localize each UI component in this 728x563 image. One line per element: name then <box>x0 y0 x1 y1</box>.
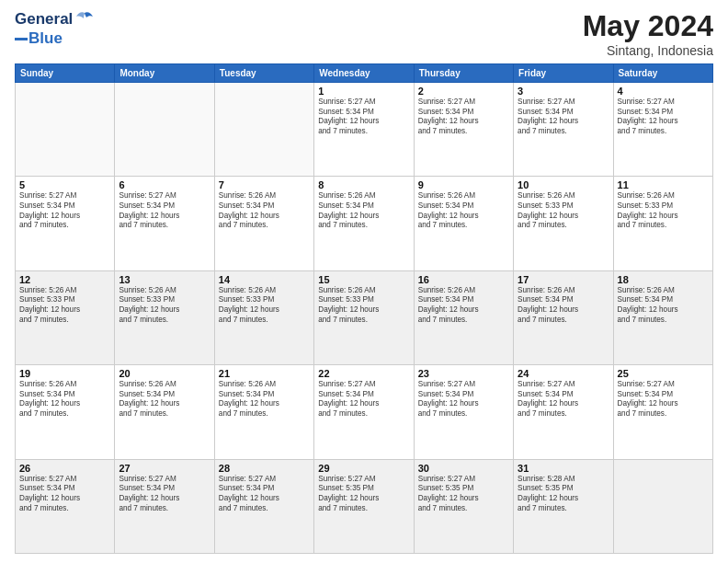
day-number: 26 <box>19 463 110 474</box>
day-number: 27 <box>119 463 210 474</box>
day-info: Sunrise: 5:27 AM Sunset: 5:34 PM Dayligh… <box>618 380 709 419</box>
calendar-cell: 16Sunrise: 5:26 AM Sunset: 5:34 PM Dayli… <box>414 270 513 364</box>
subtitle: Sintang, Indonesia <box>583 43 713 58</box>
day-info: Sunrise: 5:26 AM Sunset: 5:33 PM Dayligh… <box>318 286 409 326</box>
day-info: Sunrise: 5:26 AM Sunset: 5:33 PM Dayligh… <box>19 286 110 326</box>
calendar-cell: 5Sunrise: 5:27 AM Sunset: 5:34 PM Daylig… <box>16 177 115 270</box>
calendar-cell: 13Sunrise: 5:26 AM Sunset: 5:33 PM Dayli… <box>115 270 214 364</box>
day-number: 25 <box>618 368 709 379</box>
day-info: Sunrise: 5:26 AM Sunset: 5:33 PM Dayligh… <box>219 286 310 326</box>
day-number: 29 <box>318 463 409 474</box>
weekday-header-sunday: Sunday <box>16 64 115 83</box>
day-number: 23 <box>418 368 509 379</box>
weekday-header-tuesday: Tuesday <box>214 64 313 83</box>
day-info: Sunrise: 5:27 AM Sunset: 5:34 PM Dayligh… <box>618 98 709 137</box>
calendar-cell: 18Sunrise: 5:26 AM Sunset: 5:34 PM Dayli… <box>613 270 712 364</box>
calendar-cell: 6Sunrise: 5:27 AM Sunset: 5:34 PM Daylig… <box>115 177 214 270</box>
day-info: Sunrise: 5:26 AM Sunset: 5:34 PM Dayligh… <box>518 286 609 326</box>
calendar-cell: 28Sunrise: 5:27 AM Sunset: 5:34 PM Dayli… <box>214 459 313 553</box>
calendar-cell: 1Sunrise: 5:27 AM Sunset: 5:34 PM Daylig… <box>314 83 414 177</box>
calendar-cell: 31Sunrise: 5:28 AM Sunset: 5:35 PM Dayli… <box>514 459 613 553</box>
day-info: Sunrise: 5:28 AM Sunset: 5:35 PM Dayligh… <box>518 475 609 514</box>
day-number: 2 <box>418 86 509 97</box>
day-number: 31 <box>518 463 609 474</box>
calendar-cell: 7Sunrise: 5:26 AM Sunset: 5:34 PM Daylig… <box>214 177 313 270</box>
weekday-header-monday: Monday <box>115 64 214 83</box>
calendar-row-1: 5Sunrise: 5:27 AM Sunset: 5:34 PM Daylig… <box>16 177 713 270</box>
day-info: Sunrise: 5:26 AM Sunset: 5:34 PM Dayligh… <box>618 286 709 326</box>
day-number: 9 <box>418 179 509 190</box>
day-info: Sunrise: 5:27 AM Sunset: 5:34 PM Dayligh… <box>518 380 609 419</box>
calendar-cell: 19Sunrise: 5:26 AM Sunset: 5:34 PM Dayli… <box>16 365 115 459</box>
calendar-cell: 12Sunrise: 5:26 AM Sunset: 5:33 PM Dayli… <box>16 270 115 364</box>
day-number: 28 <box>219 463 310 474</box>
day-number: 1 <box>318 86 409 97</box>
calendar-cell <box>613 459 712 553</box>
calendar-cell: 4Sunrise: 5:27 AM Sunset: 5:34 PM Daylig… <box>613 83 712 177</box>
calendar-cell <box>16 83 115 177</box>
day-info: Sunrise: 5:26 AM Sunset: 5:33 PM Dayligh… <box>119 286 210 326</box>
calendar-cell: 25Sunrise: 5:27 AM Sunset: 5:34 PM Dayli… <box>613 365 712 459</box>
logo-divider <box>15 38 28 40</box>
day-number: 15 <box>318 274 409 285</box>
calendar-cell: 26Sunrise: 5:27 AM Sunset: 5:34 PM Dayli… <box>16 459 115 553</box>
day-number: 6 <box>119 179 210 190</box>
calendar-cell: 17Sunrise: 5:26 AM Sunset: 5:34 PM Dayli… <box>514 270 613 364</box>
calendar-cell: 3Sunrise: 5:27 AM Sunset: 5:34 PM Daylig… <box>514 83 613 177</box>
calendar-cell: 15Sunrise: 5:26 AM Sunset: 5:33 PM Dayli… <box>314 270 414 364</box>
calendar-row-0: 1Sunrise: 5:27 AM Sunset: 5:34 PM Daylig… <box>16 83 713 177</box>
weekday-header-saturday: Saturday <box>613 64 712 83</box>
calendar-cell: 14Sunrise: 5:26 AM Sunset: 5:33 PM Dayli… <box>214 270 313 364</box>
calendar-cell: 10Sunrise: 5:26 AM Sunset: 5:33 PM Dayli… <box>514 177 613 270</box>
calendar-cell: 27Sunrise: 5:27 AM Sunset: 5:34 PM Dayli… <box>115 459 214 553</box>
day-number: 19 <box>19 368 110 379</box>
day-number: 20 <box>119 368 210 379</box>
day-info: Sunrise: 5:27 AM Sunset: 5:35 PM Dayligh… <box>318 475 409 514</box>
day-info: Sunrise: 5:26 AM Sunset: 5:33 PM Dayligh… <box>618 191 709 231</box>
day-number: 21 <box>219 368 310 379</box>
day-number: 14 <box>219 274 310 285</box>
calendar-table: SundayMondayTuesdayWednesdayThursdayFrid… <box>15 63 713 554</box>
weekday-header-row: SundayMondayTuesdayWednesdayThursdayFrid… <box>16 64 713 83</box>
calendar-cell: 11Sunrise: 5:26 AM Sunset: 5:33 PM Dayli… <box>613 177 712 270</box>
calendar-cell: 24Sunrise: 5:27 AM Sunset: 5:34 PM Dayli… <box>514 365 613 459</box>
weekday-header-thursday: Thursday <box>414 64 513 83</box>
calendar-cell: 9Sunrise: 5:26 AM Sunset: 5:34 PM Daylig… <box>414 177 513 270</box>
day-info: Sunrise: 5:27 AM Sunset: 5:34 PM Dayligh… <box>119 475 210 514</box>
day-number: 5 <box>19 179 110 190</box>
day-info: Sunrise: 5:26 AM Sunset: 5:34 PM Dayligh… <box>318 191 409 231</box>
calendar-cell: 21Sunrise: 5:26 AM Sunset: 5:34 PM Dayli… <box>214 365 313 459</box>
calendar-cell: 30Sunrise: 5:27 AM Sunset: 5:35 PM Dayli… <box>414 459 513 553</box>
day-info: Sunrise: 5:27 AM Sunset: 5:35 PM Dayligh… <box>418 475 509 514</box>
day-number: 3 <box>518 86 609 97</box>
logo-blue: Blue <box>28 29 63 48</box>
day-number: 12 <box>19 274 110 285</box>
day-info: Sunrise: 5:27 AM Sunset: 5:34 PM Dayligh… <box>518 98 609 137</box>
day-number: 30 <box>418 463 509 474</box>
day-info: Sunrise: 5:27 AM Sunset: 5:34 PM Dayligh… <box>219 475 310 514</box>
calendar-row-3: 19Sunrise: 5:26 AM Sunset: 5:34 PM Dayli… <box>16 365 713 459</box>
day-number: 18 <box>618 274 709 285</box>
day-info: Sunrise: 5:27 AM Sunset: 5:34 PM Dayligh… <box>318 380 409 419</box>
calendar-cell: 8Sunrise: 5:26 AM Sunset: 5:34 PM Daylig… <box>314 177 414 270</box>
calendar-cell <box>115 83 214 177</box>
day-info: Sunrise: 5:27 AM Sunset: 5:34 PM Dayligh… <box>119 191 210 231</box>
weekday-header-friday: Friday <box>514 64 613 83</box>
day-number: 13 <box>119 274 210 285</box>
logo: General Blue <box>15 9 95 48</box>
day-info: Sunrise: 5:27 AM Sunset: 5:34 PM Dayligh… <box>318 98 409 137</box>
day-info: Sunrise: 5:26 AM Sunset: 5:34 PM Dayligh… <box>119 380 210 419</box>
calendar-cell: 20Sunrise: 5:26 AM Sunset: 5:34 PM Dayli… <box>115 365 214 459</box>
day-info: Sunrise: 5:26 AM Sunset: 5:34 PM Dayligh… <box>418 286 509 326</box>
day-info: Sunrise: 5:26 AM Sunset: 5:34 PM Dayligh… <box>19 380 110 419</box>
day-info: Sunrise: 5:27 AM Sunset: 5:34 PM Dayligh… <box>418 380 509 419</box>
page: General Blue May 2024 Sintang, Indonesia… <box>0 0 728 563</box>
logo-bird-icon <box>74 9 95 29</box>
day-info: Sunrise: 5:26 AM Sunset: 5:34 PM Dayligh… <box>219 380 310 419</box>
calendar-cell <box>214 83 313 177</box>
calendar-cell: 23Sunrise: 5:27 AM Sunset: 5:34 PM Dayli… <box>414 365 513 459</box>
header: General Blue May 2024 Sintang, Indonesia <box>15 9 713 58</box>
day-number: 7 <box>219 179 310 190</box>
day-info: Sunrise: 5:26 AM Sunset: 5:34 PM Dayligh… <box>219 191 310 231</box>
day-number: 22 <box>318 368 409 379</box>
